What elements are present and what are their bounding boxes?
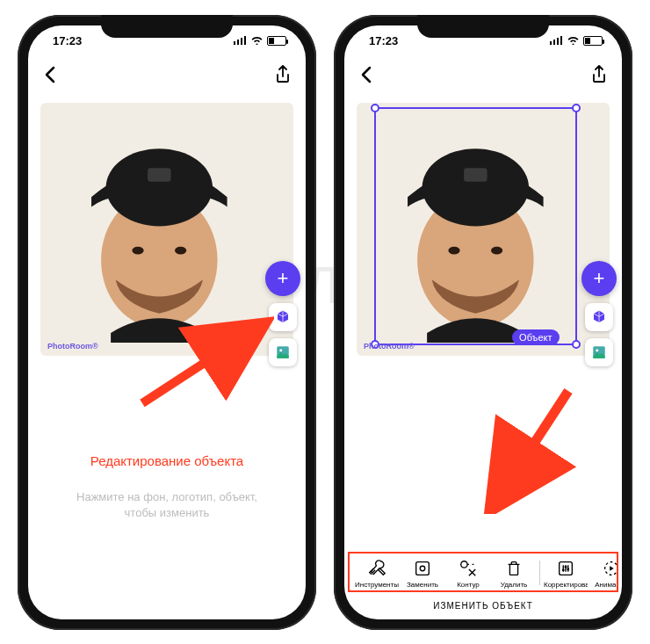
svg-point-30: [567, 568, 569, 570]
phone-right: 17:23: [334, 15, 632, 630]
svg-point-29: [565, 565, 567, 568]
tool-label: Инструменты: [355, 581, 399, 589]
selection-box[interactable]: Объект: [374, 107, 576, 345]
svg-rect-24: [416, 561, 430, 575]
navbar: [28, 57, 306, 96]
battery-icon: [583, 36, 603, 46]
tool-label: Корректирова..: [544, 581, 588, 589]
canvas-watermark: PhotoRoom®: [364, 342, 415, 351]
resize-handle-br[interactable]: [572, 340, 581, 349]
svg-line-23: [494, 391, 568, 505]
toolbar-title: ИЗМЕНИТЬ ОБЪЕКТ: [344, 601, 622, 611]
cube-layer-button[interactable]: [269, 303, 297, 331]
phone-left: 17:23: [18, 15, 316, 630]
notch: [417, 15, 549, 38]
tool-replace[interactable]: Заменить: [401, 559, 444, 589]
tool-animate[interactable]: Анимация: [589, 559, 618, 589]
svg-rect-0: [234, 41, 235, 45]
share-button[interactable]: [590, 64, 608, 89]
svg-point-8: [175, 247, 186, 255]
svg-point-5: [106, 148, 213, 226]
add-object-button[interactable]: +: [581, 261, 617, 296]
toolbar-divider: [539, 561, 540, 585]
wifi-icon: [567, 34, 580, 47]
annotation-text: Редактирование объекта: [90, 453, 243, 468]
tool-label: Заменить: [407, 581, 438, 589]
selection-label: Объект: [512, 329, 559, 345]
resize-handle-tl[interactable]: [371, 104, 379, 112]
share-button[interactable]: [274, 64, 292, 89]
back-button[interactable]: [358, 64, 374, 89]
svg-rect-2: [241, 38, 242, 45]
canvas-watermark: PhotoRoom®: [47, 342, 98, 351]
svg-point-22: [596, 349, 598, 351]
svg-point-25: [420, 566, 425, 571]
image-layer-button[interactable]: [269, 338, 297, 366]
battery-icon: [267, 36, 286, 46]
svg-point-28: [562, 568, 565, 571]
signal-icon: [550, 34, 563, 47]
hint-text: Нажмите на фон, логотип, объект, чтобы и…: [76, 489, 257, 521]
signal-icon: [234, 34, 247, 47]
add-object-button[interactable]: +: [265, 261, 300, 296]
tool-correct[interactable]: Корректирова..: [544, 559, 588, 589]
tool-label: Контур: [457, 581, 480, 589]
tool-contour[interactable]: Контур: [446, 559, 490, 589]
annotation-arrow: [476, 382, 581, 514]
status-time: 17:23: [53, 34, 82, 47]
svg-rect-6: [148, 168, 170, 181]
svg-rect-13: [553, 40, 555, 45]
svg-point-26: [461, 561, 467, 567]
tool-label: Анимация: [595, 581, 618, 589]
svg-rect-12: [550, 41, 552, 45]
tool-instruments[interactable]: Инструменты: [355, 559, 399, 589]
back-button[interactable]: [42, 64, 58, 89]
navbar: [344, 57, 622, 96]
resize-handle-tr[interactable]: [572, 104, 581, 112]
svg-point-7: [132, 247, 143, 255]
svg-point-10: [279, 349, 282, 351]
svg-rect-15: [560, 36, 562, 45]
tool-label: Удалить: [501, 581, 528, 589]
svg-rect-14: [557, 38, 559, 45]
object-toolbar: Инструменты Заменить Контур Удалить: [348, 552, 618, 592]
notch: [101, 15, 233, 38]
svg-rect-3: [244, 36, 246, 45]
editor-canvas[interactable]: PhotoRoom® +: [40, 103, 293, 356]
status-time: 17:23: [369, 34, 398, 47]
tool-delete[interactable]: Удалить: [492, 559, 536, 589]
editor-canvas[interactable]: Объект PhotoRoom® +: [357, 103, 610, 356]
cube-layer-button[interactable]: [585, 303, 613, 331]
subject-image[interactable]: [61, 110, 258, 343]
svg-rect-1: [237, 40, 239, 45]
wifi-icon: [250, 34, 264, 47]
